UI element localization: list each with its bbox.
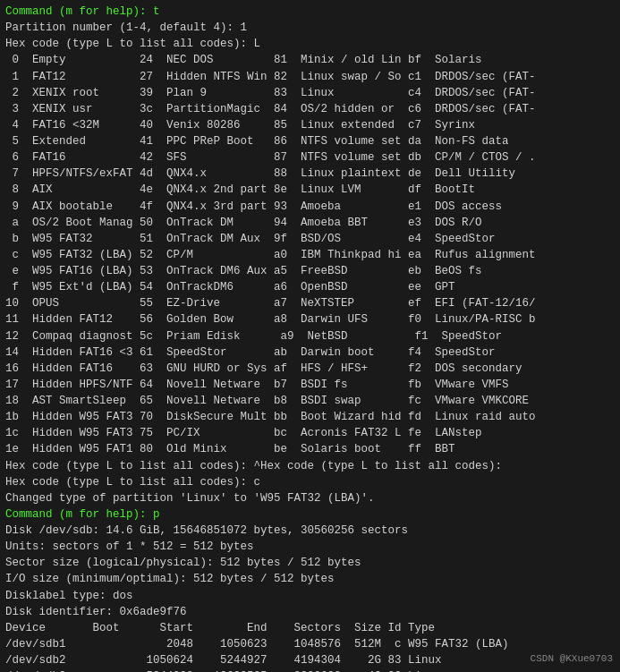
terminal-line: /dev/sdb1 2048 1050623 1048576 512M c W9… <box>5 636 615 652</box>
terminal-line: 9 AIX bootable 4f QNX4.x 3rd part 93 Amo… <box>5 199 615 215</box>
terminal-line: 1b Hidden W95 FAT3 70 DiskSecure Mult bb… <box>5 409 615 425</box>
terminal-line: /dev/sdb2 1050624 5244927 4194304 2G 83 … <box>5 652 615 668</box>
terminal-line: 1e Hidden W95 FAT1 80 Old Minix be Solar… <box>5 441 615 457</box>
terminal-line: Command (m for help): p <box>5 506 615 523</box>
terminal-line: 16 Hidden FAT16 63 GNU HURD or Sys af HF… <box>5 361 615 377</box>
terminal-line: 8 AIX 4e QNX4.x 2nd part 8e Linux LVM df… <box>5 182 615 198</box>
watermark: CSDN @KXue0703 <box>531 652 613 667</box>
terminal-line: Sector size (logical/physical): 512 byte… <box>5 555 615 571</box>
terminal-line: f W95 Ext'd (LBA) 54 OnTrackDM6 a6 OpenB… <box>5 279 615 295</box>
terminal-line: 7 HPFS/NTFS/exFAT 4d QNX4.x 88 Linux pla… <box>5 166 615 182</box>
terminal-line: b W95 FAT32 51 OnTrack DM Aux 9f BSD/OS … <box>5 231 615 247</box>
terminal-line: Disk /dev/sdb: 14.6 GiB, 15646851072 byt… <box>5 523 615 539</box>
terminal-window[interactable]: Command (m for help): tPartition number … <box>0 0 620 672</box>
terminal-line: 2 XENIX root 39 Plan 9 83 Linux c4 DRDOS… <box>5 85 615 101</box>
terminal-line: 4 FAT16 <32M 40 Venix 80286 85 Linux ext… <box>5 117 615 133</box>
terminal-line: 14 Hidden FAT16 <3 61 SpeedStor ab Darwi… <box>5 345 615 361</box>
terminal-content: Command (m for help): tPartition number … <box>5 4 615 672</box>
terminal-line: 12 Compaq diagnost 5c Priam Edisk a9 Net… <box>5 328 615 345</box>
terminal-line: Hex code (type L to list all codes): ^He… <box>5 458 615 474</box>
terminal-line: Changed type of partition 'Linux' to 'W9… <box>5 490 615 506</box>
terminal-line: e W95 FAT16 (LBA) 53 OnTrack DM6 Aux a5 … <box>5 263 615 279</box>
terminal-line: 6 FAT16 42 SFS 87 NTFS volume set db CP/… <box>5 149 615 166</box>
terminal-line: I/O size (minimum/optimal): 512 bytes / … <box>5 571 615 587</box>
terminal-line: 17 Hidden HPFS/NTF 64 Novell Netware b7 … <box>5 377 615 393</box>
terminal-line: Units: sectors of 1 * 512 = 512 bytes <box>5 539 615 555</box>
terminal-line: c W95 FAT32 (LBA) 52 CP/M a0 IBM Thinkpa… <box>5 247 615 263</box>
terminal-line: Device Boot Start End Sectors Size Id Ty… <box>5 620 615 636</box>
terminal-line: 5 Extended 41 PPC PReP Boot 86 NTFS volu… <box>5 133 615 149</box>
terminal-line: 1c Hidden W95 FAT3 75 PC/IX bc Acronis F… <box>5 425 615 441</box>
terminal-line: 1 FAT12 27 Hidden NTFS Win 82 Linux swap… <box>5 69 615 85</box>
terminal-line: Command (m for help): t <box>5 4 615 20</box>
terminal-line: Disk identifier: 0x6ade9f76 <box>5 604 615 620</box>
terminal-line: 3 XENIX usr 3c PartitionMagic 84 OS/2 hi… <box>5 101 615 117</box>
terminal-line: 18 AST SmartSleep 65 Novell Netware b8 B… <box>5 393 615 409</box>
terminal-line: Disklabel type: dos <box>5 588 615 604</box>
terminal-line: Partition number (1-4, default 4): 1 <box>5 20 615 36</box>
terminal-line: /dev/sdb3 5244928 13633535 8388608 4G 83… <box>5 668 615 672</box>
terminal-line: a OS/2 Boot Manag 50 OnTrack DM 94 Amoeb… <box>5 215 615 231</box>
terminal-line: 10 OPUS 55 EZ-Drive a7 NeXTSTEP ef EFI (… <box>5 295 615 311</box>
terminal-line: Hex code (type L to list all codes): L <box>5 36 615 52</box>
terminal-line: 0 Empty 24 NEC DOS 81 Minix / old Lin bf… <box>5 52 615 68</box>
terminal-line: Hex code (type L to list all codes): c <box>5 474 615 490</box>
terminal-line: 11 Hidden FAT12 56 Golden Bow a8 Darwin … <box>5 311 615 327</box>
